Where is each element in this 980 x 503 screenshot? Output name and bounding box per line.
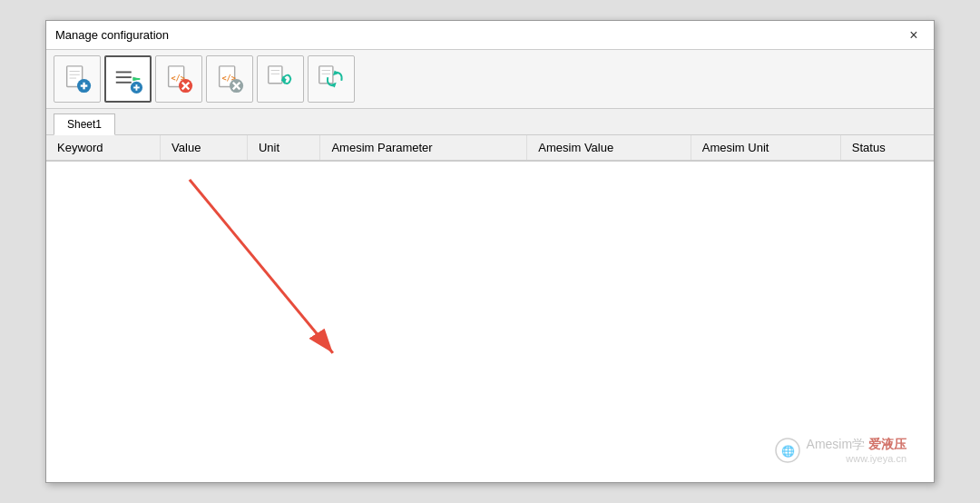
watermark: 🌐 Amesim学 爱液压 www.iyeya.cn (774, 437, 906, 464)
col-amesim-param: Amesim Parameter (320, 135, 527, 161)
col-unit: Unit (247, 135, 320, 161)
svg-rect-30 (319, 66, 333, 84)
config-table: Keyword Value Unit Amesim Parameter Ames… (46, 135, 934, 162)
watermark-text: Amesim学 爱液压 (807, 437, 906, 451)
col-amesim-unit: Amesim Unit (691, 135, 840, 161)
refresh-button[interactable] (257, 55, 304, 103)
title-bar: Manage configuration × (46, 21, 934, 50)
dialog-title: Manage configuration (55, 28, 169, 42)
export-button[interactable] (308, 55, 355, 103)
annotation-arrow (46, 135, 934, 482)
manage-configuration-dialog: Manage configuration × (45, 20, 935, 483)
tab-sheet1[interactable]: Sheet1 (54, 113, 115, 135)
col-status: Status (840, 135, 934, 161)
watermark-url: www.iyeya.cn (807, 453, 906, 464)
import-button[interactable] (104, 55, 152, 103)
clear-button[interactable]: </> (206, 55, 253, 103)
table-area: Keyword Value Unit Amesim Parameter Ames… (46, 135, 934, 482)
svg-text:🌐: 🌐 (781, 444, 795, 458)
col-value: Value (161, 135, 248, 161)
svg-rect-25 (269, 66, 282, 84)
delete-xml-button[interactable]: </> (155, 55, 202, 103)
toolbar: </> </> (46, 50, 934, 109)
new-sheet-button[interactable] (54, 55, 101, 103)
close-button[interactable]: × (903, 25, 925, 46)
col-keyword: Keyword (46, 135, 161, 161)
svg-line-36 (190, 180, 333, 353)
table-header-row: Keyword Value Unit Amesim Parameter Ames… (46, 135, 934, 161)
tabs-row: Sheet1 (46, 109, 934, 135)
col-amesim-value: Amesim Value (527, 135, 691, 161)
watermark-logo-icon: 🌐 (774, 437, 801, 464)
